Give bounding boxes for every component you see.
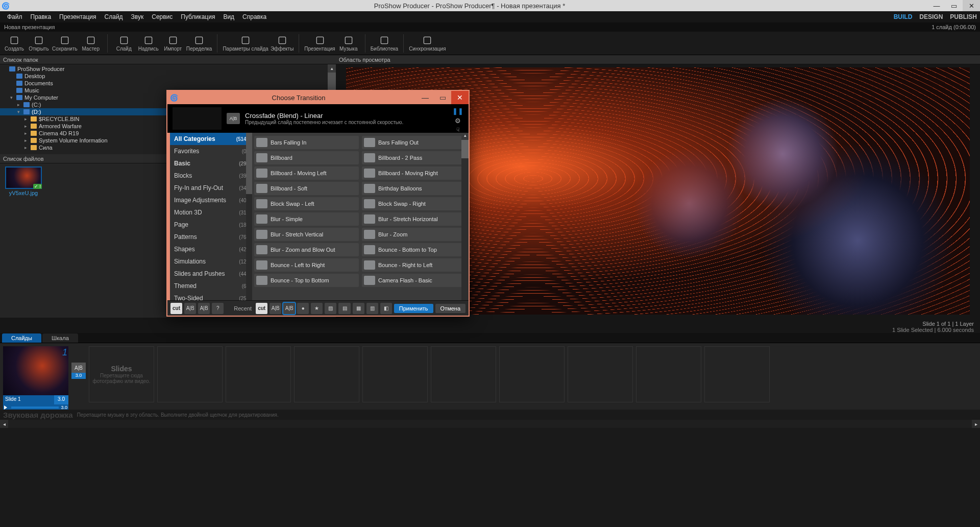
pause-icon[interactable]: ❚❚ [452,107,463,115]
category-item[interactable]: Fly-In and Fly-Out(34) [170,182,252,194]
tree-node[interactable]: ProShow Producer [0,65,336,73]
category-item[interactable]: Shapes(42) [170,243,252,255]
toolbar-слайд[interactable]: Слайд [113,32,135,55]
hscroll-left-button[interactable]: ◂ [0,420,8,428]
slide-duration[interactable]: 3.0 [54,395,68,404]
empty-slide-slot[interactable] [499,346,565,402]
transition-scrollbar[interactable]: ▴ [461,133,469,300]
audio-track-row[interactable]: Звуковая дорожка Перетащите музыку в эту… [0,410,980,420]
toolbar-сохранить[interactable]: Сохранить [52,32,78,55]
transition-item[interactable]: Billboard - Soft [254,182,359,195]
window-minimize-button[interactable]: — [928,0,945,11]
slide-seek-bar[interactable]: 3.0 [3,404,68,410]
transition-item[interactable]: Billboard - 2 Pass [362,151,467,164]
transition-item[interactable]: Bars Falling In [254,136,359,149]
toolbar-мастер[interactable]: Мастер [80,32,102,55]
transition-item[interactable]: Bounce - Right to Left [362,258,467,272]
tab-slides[interactable]: Слайды [2,333,41,343]
transition-grid[interactable]: Bars Falling InBars Falling OutBillboard… [252,133,469,300]
transition-item[interactable]: Blur - Zoom and Blow Out [254,243,359,256]
transition-item[interactable]: Blur - Stretch Horizontal [362,212,467,226]
dialog-titlebar[interactable]: 🌀 Choose Transition — ▭ ✕ [167,91,469,104]
toolbar-библиотека[interactable]: Библиотека [371,32,398,55]
category-item[interactable]: Slides and Pushes(44) [170,268,252,280]
empty-slide-slot[interactable] [294,346,359,402]
category-item[interactable]: Basic(29) [170,157,252,170]
menu-сервис[interactable]: Сервис [148,12,177,21]
recent-chip[interactable]: ◧ [380,303,392,314]
category-scrollbar[interactable] [246,133,252,300]
scroll-up-button[interactable]: ▴ [328,64,336,73]
transition-item[interactable]: Blur - Simple [254,212,359,226]
toolbar-эффекты[interactable]: Эффекты [271,32,293,55]
cancel-button[interactable]: Отмена [435,304,465,313]
empty-slide-hint[interactable]: Slides Перетащите сюда фотографию или ви… [89,346,154,402]
transition-item[interactable]: Blur - Stretch Vertical [254,228,359,241]
transition-duration[interactable]: 3.0 [71,373,86,379]
scroll-up-button[interactable]: ▴ [461,133,469,140]
toolbar-создать[interactable]: Создать [3,32,26,55]
category-item[interactable]: Page(18) [170,219,252,231]
category-item[interactable]: Themed(6) [170,280,252,292]
empty-slide-slot[interactable] [636,346,701,402]
scroll-thumb[interactable] [461,140,469,158]
menu-вид[interactable]: Вид [219,12,238,21]
tab-scale[interactable]: Шкала [42,333,78,343]
category-item[interactable]: Blocks(39) [170,170,252,182]
recent-chip-selected[interactable]: A|B [283,303,295,314]
empty-slide-slot[interactable] [568,346,633,402]
cut-chip[interactable]: cut [170,303,182,314]
toolbar-надпись[interactable]: Надпись [137,32,160,55]
category-item[interactable]: Simulations(12) [170,255,252,268]
menu-презентация[interactable]: Презентация [55,12,101,21]
empty-slide-slot[interactable] [157,346,223,402]
gear-icon[interactable]: ⚙ [455,117,461,125]
category-list[interactable]: All Categories(514)Favorites(0)Basic(29)… [167,133,252,300]
empty-slide-slot[interactable] [704,346,770,402]
transition-item[interactable]: Bounce - Left to Right [254,258,359,272]
transition-item[interactable]: Bounce - Bottom to Top [362,243,467,256]
scroll-thumb[interactable] [246,133,252,194]
transition-item[interactable]: Bounce - Top to Bottom [254,274,359,287]
recent-chip-cut[interactable]: cut [256,303,267,314]
recent-chip[interactable]: ● [297,303,309,314]
menu-слайд[interactable]: Слайд [101,12,127,21]
category-item[interactable]: Two-Sided(25) [170,292,252,300]
recent-chip[interactable]: A|B [270,303,281,314]
transition-item[interactable]: Bars Falling Out [362,136,467,149]
menu-публикация[interactable]: Публикация [177,12,219,21]
recent-chip[interactable]: ▦ [353,303,364,314]
window-close-button[interactable]: ✕ [963,0,980,11]
play-icon[interactable] [4,405,9,410]
timeline[interactable]: 1 Slide 1 3.0 3.0 A|B 3.0 Slides Перетащ… [0,343,980,410]
category-item[interactable]: Image Adjustments(40) [170,194,252,206]
dialog-close-button[interactable]: ✕ [451,91,469,104]
menu-справка[interactable]: Справка [238,12,271,21]
hscroll-right-button[interactable]: ▸ [972,420,980,428]
ab-chip-2[interactable]: A|B [198,303,210,314]
toolbar-музыка[interactable]: Музыка [337,32,360,55]
seek-track[interactable] [11,406,59,409]
file-thumbnail[interactable]: ✓ ! yV5xeU.jpg [3,166,44,196]
transition-chip[interactable]: A|B 3.0 [71,363,86,379]
toolbar-открыть[interactable]: Открыть [28,32,50,55]
toolbar-переделка[interactable]: Переделка [186,32,212,55]
transition-item[interactable]: Billboard - Moving Left [254,166,359,180]
timeline-hscrollbar[interactable]: ◂ ▸ [0,420,980,428]
category-item[interactable]: Motion 3D(31) [170,206,252,219]
empty-slide-slot[interactable] [226,346,291,402]
transition-item[interactable]: Billboard - Moving Right [362,166,467,180]
window-maximize-button[interactable]: ▭ [945,0,963,11]
mode-link-design[interactable]: DESIGN [919,13,943,20]
empty-slide-slot[interactable] [431,346,496,402]
recent-chip[interactable]: ▥ [366,303,378,314]
toolbar-параметры-слайда[interactable]: Параметры слайда [223,32,268,55]
transition-item[interactable]: Block Swap - Right [362,197,467,210]
apply-button[interactable]: Применить [394,304,433,313]
help-chip[interactable]: ? [212,303,224,314]
toolbar-импорт[interactable]: Импорт [162,32,184,55]
transition-item[interactable]: Block Swap - Left [254,197,359,210]
menu-правка[interactable]: Правка [27,12,56,21]
tree-node[interactable]: Documents [0,80,336,87]
dialog-maximize-button[interactable]: ▭ [434,91,451,104]
